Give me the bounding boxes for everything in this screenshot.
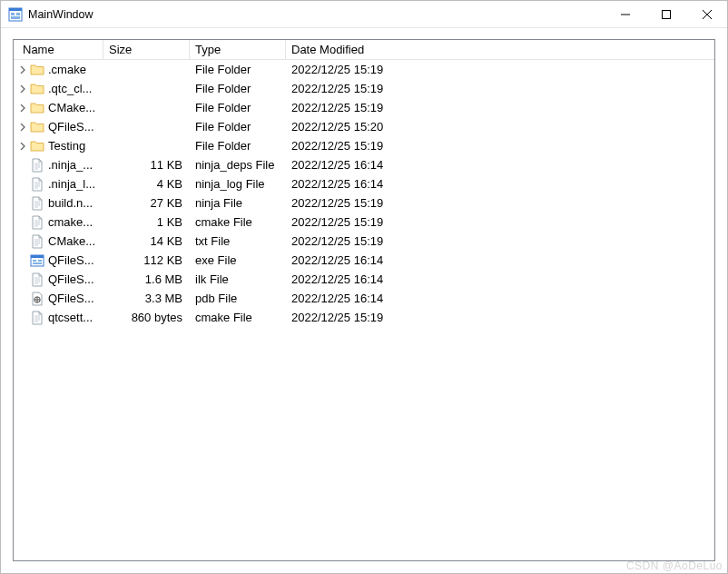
- file-type: exe File: [190, 253, 286, 267]
- table-row[interactable]: CMake...File Folder2022/12/25 15:19: [14, 98, 714, 117]
- file-size: 11 KB: [103, 158, 190, 172]
- file-date: 2022/12/25 16:14: [286, 158, 714, 172]
- file-icon: [30, 234, 44, 249]
- title-bar[interactable]: MainWindow: [1, 1, 727, 28]
- main-window: MainWindow Name Size Type Date Modified: [0, 0, 728, 574]
- table-row[interactable]: build.n...27 KBninja File2022/12/25 15:1…: [14, 193, 714, 213]
- file-name: CMake...: [48, 234, 98, 248]
- expand-chevron-icon: [15, 292, 30, 306]
- file-date: 2022/12/25 15:19: [286, 82, 714, 95]
- expand-chevron-icon[interactable]: [15, 63, 30, 77]
- file-size: 860 bytes: [103, 311, 190, 324]
- file-date: 2022/12/25 15:19: [286, 63, 714, 76]
- folder-icon: [30, 101, 44, 115]
- maximize-icon: [662, 10, 671, 19]
- table-row[interactable]: cmake...1 KBcmake File2022/12/25 15:19: [14, 213, 714, 232]
- folder-icon: [30, 63, 44, 77]
- file-tree-view[interactable]: Name Size Type Date Modified .cmakeFile …: [13, 39, 715, 561]
- app-icon: [8, 7, 23, 22]
- file-type: ilk File: [190, 272, 286, 286]
- folder-icon: [30, 139, 44, 153]
- file-type: File Folder: [190, 101, 286, 114]
- table-row[interactable]: .ninja_...11 KBninja_deps File2022/12/25…: [14, 155, 714, 174]
- table-row[interactable]: .cmakeFile Folder2022/12/25 15:19: [14, 60, 714, 79]
- file-type: cmake File: [190, 215, 286, 229]
- header-type[interactable]: Type: [190, 40, 286, 60]
- expand-chevron-icon: [15, 234, 30, 249]
- close-button[interactable]: [686, 1, 727, 28]
- file-name: QFileS...: [48, 120, 98, 134]
- file-type: ninja_deps File: [190, 158, 286, 172]
- expand-chevron-icon: [15, 272, 30, 287]
- file-date: 2022/12/25 15:19: [286, 101, 714, 114]
- file-date: 2022/12/25 15:19: [286, 215, 714, 229]
- file-date: 2022/12/25 16:14: [286, 292, 714, 305]
- file-icon: [30, 177, 44, 192]
- expand-chevron-icon[interactable]: [15, 101, 30, 115]
- expand-chevron-icon[interactable]: [15, 120, 30, 134]
- table-row[interactable]: QFileS...112 KBexe File2022/12/25 16:14: [14, 251, 714, 270]
- file-name: qtcsett...: [48, 311, 98, 324]
- exe-icon: [30, 253, 44, 268]
- file-date: 2022/12/25 16:14: [286, 272, 714, 286]
- file-type: File Folder: [190, 63, 286, 76]
- file-name: Testing: [48, 139, 98, 153]
- table-row[interactable]: .qtc_cl...File Folder2022/12/25 15:19: [14, 79, 714, 98]
- table-row[interactable]: TestingFile Folder2022/12/25 15:19: [14, 136, 714, 155]
- client-area: Name Size Type Date Modified .cmakeFile …: [1, 28, 727, 573]
- file-name: QFileS...: [48, 272, 98, 286]
- file-date: 2022/12/25 15:20: [286, 120, 714, 134]
- column-header[interactable]: Name Size Type Date Modified: [14, 40, 714, 60]
- table-row[interactable]: qtcsett...860 bytescmake File2022/12/25 …: [14, 308, 714, 327]
- expand-chevron-icon: [15, 196, 30, 211]
- file-icon: [30, 272, 44, 287]
- expand-chevron-icon[interactable]: [15, 82, 30, 96]
- file-size: 27 KB: [103, 196, 190, 210]
- file-type: txt File: [190, 234, 286, 248]
- header-date[interactable]: Date Modified: [286, 40, 714, 60]
- expand-chevron-icon: [15, 215, 30, 230]
- file-rows: .cmakeFile Folder2022/12/25 15:19.qtc_cl…: [14, 60, 714, 327]
- close-icon: [703, 10, 712, 19]
- file-type: pdb File: [190, 292, 286, 305]
- file-type: File Folder: [190, 120, 286, 134]
- expand-chevron-icon[interactable]: [15, 139, 30, 153]
- file-size: 14 KB: [103, 234, 190, 248]
- table-row[interactable]: .ninja_l...4 KBninja_log File2022/12/25 …: [14, 174, 714, 193]
- file-date: 2022/12/25 16:14: [286, 177, 714, 191]
- file-type: ninja File: [190, 196, 286, 210]
- file-size: 1 KB: [103, 215, 190, 229]
- svg-rect-3: [16, 13, 20, 15]
- file-icon: [30, 196, 44, 211]
- header-size[interactable]: Size: [103, 40, 190, 60]
- expand-chevron-icon: [15, 311, 30, 325]
- svg-rect-5: [662, 10, 670, 18]
- file-name: QFileS...: [48, 292, 98, 305]
- table-row[interactable]: QFileS...File Folder2022/12/25 15:20: [14, 117, 714, 136]
- file-icon: [30, 215, 44, 230]
- file-name: CMake...: [48, 101, 98, 114]
- file-name: QFileS...: [48, 253, 98, 267]
- file-name: build.n...: [48, 196, 98, 210]
- table-row[interactable]: CMake...14 KBtxt File2022/12/25 15:19: [14, 232, 714, 251]
- file-type: File Folder: [190, 82, 286, 95]
- file-date: 2022/12/25 15:19: [286, 196, 714, 210]
- file-type: cmake File: [190, 311, 286, 324]
- file-size: 1.6 MB: [103, 272, 190, 286]
- header-name[interactable]: Name: [14, 40, 103, 60]
- pdb-icon: [30, 292, 44, 306]
- table-row[interactable]: QFileS...3.3 MBpdb File2022/12/25 16:14: [14, 289, 714, 308]
- table-row[interactable]: QFileS...1.6 MBilk File2022/12/25 16:14: [14, 270, 714, 289]
- file-size: 112 KB: [103, 253, 190, 267]
- file-name: .ninja_...: [48, 158, 98, 172]
- file-date: 2022/12/25 15:19: [286, 311, 714, 324]
- svg-rect-4: [11, 16, 20, 19]
- file-date: 2022/12/25 15:19: [286, 139, 714, 153]
- file-date: 2022/12/25 16:14: [286, 253, 714, 267]
- window-title: MainWindow: [28, 8, 93, 21]
- file-icon: [30, 311, 44, 325]
- svg-rect-2: [11, 13, 15, 15]
- file-name: .qtc_cl...: [48, 82, 98, 95]
- minimize-button[interactable]: [605, 1, 645, 28]
- maximize-button[interactable]: [645, 1, 686, 28]
